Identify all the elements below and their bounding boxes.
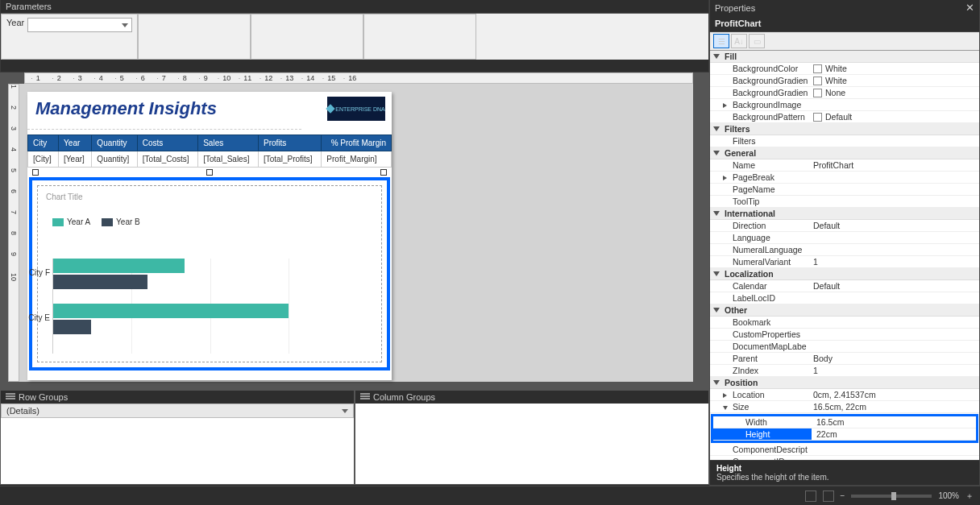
- alphabetical-button[interactable]: A↓: [731, 34, 747, 48]
- color-swatch[interactable]: [813, 64, 822, 73]
- param-label-year: Year: [6, 18, 24, 27]
- field-profits[interactable]: [Total_Profits]: [259, 151, 322, 168]
- color-swatch[interactable]: [813, 77, 822, 85]
- chart-area: Chart Title Year A Year B City F City: [37, 185, 382, 362]
- col-costs[interactable]: Costs: [137, 135, 197, 151]
- axis-label-city-f: City F: [29, 259, 50, 288]
- profit-chart-selection[interactable]: Chart Title Year A Year B City F City: [29, 177, 390, 370]
- prop-direction: Direction: [710, 220, 808, 231]
- properties-title: Properties: [715, 3, 755, 13]
- legend-item-b: Year B: [102, 217, 140, 226]
- chart-title[interactable]: Chart Title: [38, 186, 381, 208]
- zoom-value: 100%: [938, 491, 959, 500]
- details-group-row[interactable]: (Details): [1, 404, 354, 418]
- report-table[interactable]: City Year Quantity Costs Sales Profits %…: [27, 135, 392, 168]
- col-margin[interactable]: % Profit Margin: [322, 135, 392, 151]
- prop-bookmark: Bookmark: [710, 317, 808, 328]
- groups-area: Row Groups (Details) Column Groups: [0, 390, 709, 485]
- properties-object-name[interactable]: ProfitChart: [710, 15, 979, 32]
- parameters-panel: Parameters Year: [0, 0, 709, 72]
- legend-item-a: Year A: [52, 217, 90, 226]
- logo[interactable]: ENTERPRISE DNA: [327, 97, 385, 121]
- field-sales[interactable]: [Total_Sales]: [198, 151, 259, 168]
- prop-docmaplabel: DocumentMapLabe: [710, 341, 808, 352]
- prop-filters: Filters: [710, 135, 808, 147]
- prop-zindex: ZIndex: [710, 365, 808, 376]
- chevron-down-icon[interactable]: [342, 409, 348, 413]
- param-cell-empty[interactable]: [251, 14, 363, 60]
- ruler-horizontal: 12345678910111213141516: [24, 72, 693, 84]
- prop-compdesc: ComponentDescript: [710, 444, 808, 455]
- prop-pagename: PageName: [710, 184, 808, 195]
- prop-category-localization[interactable]: Localization: [710, 268, 979, 280]
- zoom-plus[interactable]: ＋: [965, 491, 974, 502]
- param-dropdown-year[interactable]: [27, 18, 132, 32]
- field-quantity[interactable]: Quantity]: [92, 151, 137, 168]
- prop-size: Size: [710, 401, 808, 412]
- col-year[interactable]: Year: [59, 135, 92, 151]
- property-description-text: Specifies the height of the item.: [716, 473, 973, 482]
- zoom-minus[interactable]: −: [841, 491, 845, 500]
- legend-swatch-a: [52, 218, 64, 226]
- param-cell-empty[interactable]: [363, 14, 476, 60]
- prop-compid: ComponentID: [710, 456, 808, 460]
- prop-category-fill[interactable]: Fill: [710, 51, 979, 63]
- bar-city-f-b: [53, 275, 147, 289]
- property-description-title: Height: [716, 464, 973, 473]
- properties-panel: Properties ✕ ProfitChart ☰ A↓ ▭ Fill Bac…: [709, 0, 980, 486]
- field-costs[interactable]: [Total_Costs]: [137, 151, 197, 168]
- prop-calendar: Calendar: [710, 280, 808, 292]
- property-pages-button[interactable]: ▭: [749, 34, 765, 48]
- legend-swatch-b: [102, 218, 113, 226]
- statusbar-icon[interactable]: [805, 491, 816, 502]
- report-body[interactable]: Management Insights ENTERPRISE DNA City …: [27, 92, 392, 380]
- bar-city-f-a: [53, 259, 185, 273]
- report-title[interactable]: Management Insights: [27, 92, 301, 130]
- statusbar-icon[interactable]: [823, 491, 834, 502]
- properties-grid[interactable]: Fill BackgroundColorWhite BackgroundGrad…: [710, 51, 979, 460]
- prop-category-filters[interactable]: Filters: [710, 123, 979, 135]
- parameters-title: Parameters: [1, 0, 708, 13]
- chart-plot-area[interactable]: City F City E: [52, 259, 367, 354]
- column-groups-panel: Column Groups: [355, 390, 709, 485]
- chart-legend[interactable]: Year A Year B: [38, 208, 381, 230]
- prop-numvariant: NumeralVariant: [710, 256, 808, 267]
- size-highlight-box: Width16.5cm Height22cm: [711, 414, 978, 443]
- param-cell-empty[interactable]: [138, 14, 251, 60]
- resize-handle[interactable]: [32, 169, 39, 176]
- close-icon[interactable]: ✕: [965, 2, 974, 14]
- prop-category-other[interactable]: Other: [710, 304, 979, 317]
- col-quantity[interactable]: Quantity: [92, 135, 137, 151]
- prop-labellocid: LabelLocID: [710, 292, 808, 304]
- col-profits[interactable]: Profits: [259, 135, 322, 151]
- prop-bgimage: BackgroundImage: [710, 99, 808, 110]
- prop-category-international[interactable]: International: [710, 208, 979, 220]
- prop-parent: Parent: [710, 353, 808, 364]
- resize-handle[interactable]: [380, 169, 387, 176]
- prop-numlang: NumeralLanguage: [710, 244, 808, 255]
- color-swatch[interactable]: [813, 113, 822, 122]
- prop-category-general[interactable]: General: [710, 147, 979, 159]
- ruler-vertical: 12345678910: [8, 84, 19, 382]
- field-year[interactable]: [Year]: [59, 151, 92, 168]
- prop-category-position[interactable]: Position: [710, 377, 979, 389]
- zoom-slider[interactable]: [851, 495, 932, 498]
- row-groups-panel: Row Groups (Details): [0, 390, 355, 485]
- column-groups-header: Column Groups: [355, 391, 708, 404]
- bar-city-e-a: [53, 304, 289, 318]
- prop-pagebreak: PageBreak: [710, 172, 808, 183]
- categorized-button[interactable]: ☰: [713, 34, 729, 48]
- col-city[interactable]: City: [28, 135, 59, 151]
- field-city[interactable]: [City]: [28, 151, 59, 168]
- color-swatch[interactable]: [813, 89, 822, 97]
- prop-bggradient: BackgroundGradien: [710, 75, 808, 86]
- prop-tooltip: ToolTip: [710, 196, 808, 207]
- resize-handle[interactable]: [206, 169, 213, 176]
- col-sales[interactable]: Sales: [198, 135, 259, 151]
- rows-icon: [6, 393, 15, 401]
- status-bar: − 100% ＋: [0, 486, 980, 505]
- param-cell-year: Year: [1, 14, 138, 60]
- field-margin[interactable]: Profit_Margin]: [322, 151, 392, 168]
- parameters-grid: Year: [1, 13, 708, 60]
- prop-height: Height: [713, 428, 812, 440]
